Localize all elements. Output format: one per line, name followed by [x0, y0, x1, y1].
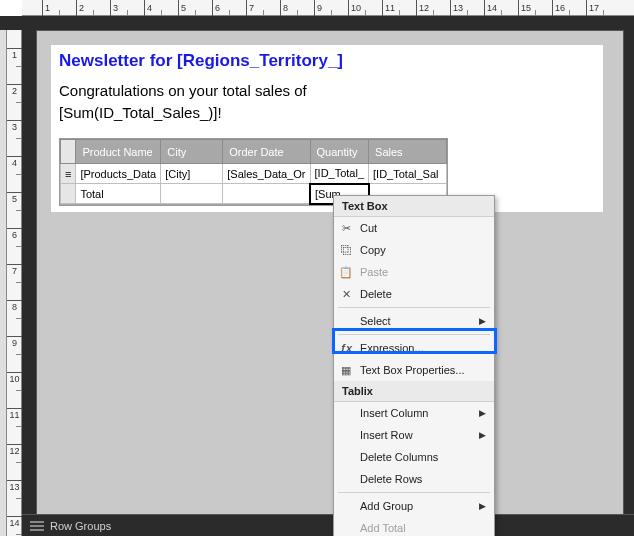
- h-ruler-tick: 9: [314, 0, 322, 16]
- report-body[interactable]: Newsletter for [Regions_Territory_] Cong…: [51, 45, 603, 212]
- blank-icon: [338, 313, 354, 329]
- total-empty2[interactable]: [223, 184, 310, 204]
- header-row: Product Name City Order Date Quantity Sa…: [61, 140, 447, 164]
- ctx-inscol-label: Insert Column: [360, 407, 473, 419]
- h-ruler-tick: 15: [518, 0, 531, 16]
- total-empty1[interactable]: [161, 184, 223, 204]
- v-ruler-tick: 1: [7, 48, 22, 60]
- v-ruler-tick: 2: [7, 84, 22, 96]
- ctx-sep1: [338, 307, 490, 308]
- scissors-icon: ✂: [338, 220, 354, 236]
- h-ruler-tick: 8: [280, 0, 288, 16]
- ctx-header-textbox: Text Box: [334, 196, 494, 217]
- ctx-header-tablix: Tablix: [334, 381, 494, 402]
- col-header-orderdate[interactable]: Order Date: [223, 140, 310, 164]
- corner-handle[interactable]: [61, 140, 76, 164]
- ctx-copy[interactable]: ⿻ Copy: [334, 239, 494, 261]
- h-ruler-tick: 11: [382, 0, 395, 16]
- v-ruler-tick: 8: [7, 300, 22, 312]
- ctx-expression[interactable]: ƒx Expression...: [334, 337, 494, 359]
- chevron-right-icon: ▶: [479, 316, 486, 326]
- body-text-line2[interactable]: [Sum(ID_Total_Sales_)]!: [53, 103, 601, 125]
- ctx-delete-rows[interactable]: Delete Rows: [334, 468, 494, 490]
- v-ruler-tick: 11: [7, 408, 22, 420]
- ctx-tbprops-label: Text Box Properties...: [360, 364, 486, 376]
- ctx-add-group[interactable]: Add Group ▶: [334, 495, 494, 517]
- context-menu: Text Box ✂ Cut ⿻ Copy 📋 Paste ✕ Delete S…: [333, 195, 495, 536]
- row-groups-label: Row Groups: [50, 520, 111, 532]
- left-strip: 1234567891011121314: [0, 16, 22, 536]
- row-handle-data[interactable]: ≡: [61, 164, 76, 184]
- h-ruler-tick: 7: [246, 0, 254, 16]
- v-ruler-tick: 9: [7, 336, 22, 348]
- col-header-product[interactable]: Product Name: [76, 140, 161, 164]
- chevron-right-icon: ▶: [479, 501, 486, 511]
- cell-sales[interactable]: [ID_Total_Sal: [369, 164, 447, 184]
- ctx-select-label: Select: [360, 315, 473, 327]
- ctx-delete-columns[interactable]: Delete Columns: [334, 446, 494, 468]
- v-ruler-tick: 6: [7, 228, 22, 240]
- v-ruler-tick: 13: [7, 480, 22, 492]
- h-ruler-tick: 16: [552, 0, 565, 16]
- h-ruler-tick: 14: [484, 0, 497, 16]
- h-ruler-tick: 4: [144, 0, 152, 16]
- chevron-right-icon: ▶: [479, 430, 486, 440]
- h-ruler-tick: 12: [416, 0, 429, 16]
- cell-orderdate[interactable]: [Sales_Data_Or: [223, 164, 310, 184]
- h-ruler-tick: 10: [348, 0, 361, 16]
- ctx-paste-label: Paste: [360, 266, 486, 278]
- v-ruler-tick: 7: [7, 264, 22, 276]
- h-ruler-tick: 5: [178, 0, 186, 16]
- ctx-delete[interactable]: ✕ Delete: [334, 283, 494, 305]
- body-text-line1[interactable]: Congratulations on your total sales of: [53, 81, 601, 103]
- v-ruler-tick: 10: [7, 372, 22, 384]
- ctx-insrow-label: Insert Row: [360, 429, 473, 441]
- ctx-insert-row[interactable]: Insert Row ▶: [334, 424, 494, 446]
- design-canvas: Newsletter for [Regions_Territory_] Cong…: [22, 16, 634, 536]
- ctx-addtotal-label: Add Total: [360, 522, 486, 534]
- h-ruler-tick: 2: [76, 0, 84, 16]
- ctx-sep2: [338, 334, 490, 335]
- chevron-right-icon: ▶: [479, 408, 486, 418]
- ctx-insert-column[interactable]: Insert Column ▶: [334, 402, 494, 424]
- paste-icon: 📋: [338, 264, 354, 280]
- v-ruler-tick: 4: [7, 156, 22, 168]
- horizontal-ruler: 1234567891011121314151617: [22, 0, 634, 16]
- h-ruler-tick: 3: [110, 0, 118, 16]
- row-groups-icon: [30, 521, 44, 531]
- report-title[interactable]: Newsletter for [Regions_Territory_]: [53, 47, 601, 81]
- ctx-cut[interactable]: ✂ Cut: [334, 217, 494, 239]
- data-row: ≡ [Products_Data [City] [Sales_Data_Or […: [61, 164, 447, 184]
- ctx-cut-label: Cut: [360, 222, 486, 234]
- ctx-delete-label: Delete: [360, 288, 486, 300]
- ctx-select[interactable]: Select ▶: [334, 310, 494, 332]
- v-ruler-tick: 5: [7, 192, 22, 204]
- design-surface[interactable]: Newsletter for [Regions_Territory_] Cong…: [36, 30, 624, 522]
- properties-icon: ▦: [338, 362, 354, 378]
- v-ruler-tick: 12: [7, 444, 22, 456]
- h-ruler-tick: 6: [212, 0, 220, 16]
- v-ruler-tick: 14: [7, 516, 22, 528]
- h-ruler-tick: 17: [586, 0, 599, 16]
- total-label[interactable]: Total: [76, 184, 161, 204]
- delete-icon: ✕: [338, 286, 354, 302]
- v-ruler-tick: 3: [7, 120, 22, 132]
- ctx-expression-label: Expression...: [360, 342, 486, 354]
- h-ruler-tick: 13: [450, 0, 463, 16]
- ctx-paste: 📋 Paste: [334, 261, 494, 283]
- ctx-add-total: Add Total: [334, 517, 494, 536]
- groups-bar: Row Groups: [22, 514, 634, 536]
- col-header-city[interactable]: City: [161, 140, 223, 164]
- col-header-quantity[interactable]: Quantity: [310, 140, 369, 164]
- ctx-addgroup-label: Add Group: [360, 500, 473, 512]
- ctx-delcols-label: Delete Columns: [360, 451, 486, 463]
- cell-product[interactable]: [Products_Data: [76, 164, 161, 184]
- app-frame: 1234567891011121314151617 12345678910111…: [0, 0, 634, 536]
- col-header-sales[interactable]: Sales: [369, 140, 447, 164]
- ctx-textbox-properties[interactable]: ▦ Text Box Properties...: [334, 359, 494, 381]
- cell-city[interactable]: [City]: [161, 164, 223, 184]
- ctx-sep3: [338, 492, 490, 493]
- ctx-copy-label: Copy: [360, 244, 486, 256]
- cell-quantity[interactable]: [ID_Total_: [310, 164, 369, 184]
- row-handle-total[interactable]: [61, 184, 76, 204]
